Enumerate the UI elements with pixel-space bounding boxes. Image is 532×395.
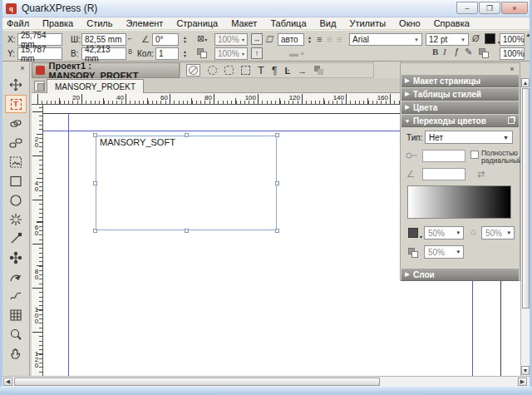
close-button[interactable]: × xyxy=(501,2,528,14)
restore-button[interactable]: ❐ xyxy=(479,2,500,14)
menu-item[interactable]: Элемент xyxy=(120,17,170,29)
gradient-color-swatch[interactable] xyxy=(408,228,418,238)
gradient-angle-input[interactable] xyxy=(422,168,466,180)
opentype-icon[interactable]: ƒ xyxy=(454,47,459,57)
menu-edit[interactable]: Правка xyxy=(36,17,80,29)
rounded-frame-icon[interactable] xyxy=(224,66,234,75)
handle-bottom-left[interactable] xyxy=(93,229,97,233)
picture-box-tool[interactable] xyxy=(5,153,27,171)
tool-palette-header[interactable]: × xyxy=(2,62,29,75)
pan-tool[interactable] xyxy=(5,344,27,363)
rectangle-box-tool[interactable] xyxy=(5,172,27,190)
handle-mid-right[interactable] xyxy=(275,181,279,185)
menu-window[interactable]: Окно xyxy=(392,17,427,29)
square-frame-icon[interactable] xyxy=(241,66,250,75)
radial-length-input[interactable] xyxy=(422,150,466,162)
horizontal-scrollbar[interactable]: ◀ ▶ xyxy=(2,376,530,387)
handle-bottom-right[interactable] xyxy=(275,229,279,233)
freehand-line-tool[interactable] xyxy=(5,287,27,305)
leading-stepper[interactable]: ▲▼ xyxy=(306,33,313,46)
minimize-button[interactable]: – xyxy=(456,2,478,14)
link-tool[interactable] xyxy=(5,115,27,133)
menu-style[interactable]: Стиль xyxy=(80,17,119,29)
selected-text-box[interactable]: MANSORY_SOFT xyxy=(96,136,277,230)
align-left-icon[interactable]: ≡ xyxy=(317,34,322,44)
vertical-scrollbar[interactable]: ▲ ▼ xyxy=(520,78,530,376)
palette-close-icon[interactable]: × xyxy=(17,63,27,73)
brush-icon[interactable]: ✎ xyxy=(465,47,472,57)
gradient-preview[interactable] xyxy=(407,185,511,219)
handle-mid-left[interactable] xyxy=(93,181,97,185)
handle-top-center[interactable] xyxy=(185,133,189,137)
picture-scale-select[interactable]: 100%▾ xyxy=(214,47,248,60)
menu-view[interactable]: Вид xyxy=(313,17,343,29)
line-tool[interactable] xyxy=(5,230,27,248)
fully-radial-checkbox[interactable] xyxy=(470,151,479,159)
item-edit-icon[interactable] xyxy=(186,64,200,77)
unlink-tool[interactable] xyxy=(5,134,27,152)
vertical-scroll-thumb[interactable] xyxy=(522,88,530,309)
palette-group-header[interactable]: × xyxy=(401,63,520,75)
panel-layers[interactable]: ▶ Слои xyxy=(401,269,519,281)
box-flip-icon[interactable]: ⊠▾ xyxy=(197,33,207,44)
shade-input[interactable]: 100% xyxy=(500,33,525,46)
color-swatch[interactable] xyxy=(485,33,495,44)
oval-box-tool[interactable] xyxy=(5,191,27,210)
scroll-up-icon[interactable]: ▲ xyxy=(521,78,530,87)
horizontal-scroll-thumb[interactable] xyxy=(14,378,380,386)
palette-group-close-icon[interactable]: × xyxy=(507,64,517,74)
columns-input[interactable]: 1 xyxy=(155,47,179,60)
angle-stepper[interactable]: ▲▼ xyxy=(181,33,189,46)
columns-stepper[interactable]: ▲▼ xyxy=(181,47,189,60)
link-icon[interactable]: Ø xyxy=(472,33,480,43)
stack-order-icon[interactable] xyxy=(314,66,323,75)
text-frame-icon[interactable]: T xyxy=(258,64,264,77)
font-select[interactable]: Arial▼ xyxy=(349,33,422,46)
leading-input[interactable]: авто xyxy=(278,33,304,46)
angle-input[interactable]: 0° xyxy=(152,33,179,46)
scroll-right-icon[interactable]: ▶ xyxy=(518,378,527,386)
menu-table[interactable]: Таблица xyxy=(264,17,313,29)
y-input[interactable]: 15,787 mm xyxy=(17,47,62,60)
arrow-icon[interactable]: → xyxy=(298,66,307,76)
flip-vertical-button[interactable]: ↑ xyxy=(251,47,263,59)
menu-layout[interactable]: Макет xyxy=(224,17,264,29)
starburst-tool[interactable] xyxy=(5,210,27,229)
menu-help[interactable]: Справка xyxy=(427,17,476,29)
opacity-input[interactable]: 100% xyxy=(500,47,525,60)
align-center-icon[interactable]: ≡ xyxy=(327,34,332,44)
font-size-select[interactable]: 12 pt▼ xyxy=(426,33,469,46)
gradient-type-select[interactable]: Нет ▼ xyxy=(425,131,513,144)
gradient-shade2-select[interactable]: 50%▾ xyxy=(481,226,515,239)
text-content-tool[interactable]: T xyxy=(5,95,27,113)
oval-frame-icon[interactable] xyxy=(208,66,217,75)
panel-gradients[interactable]: ▼ Переходы цветов xyxy=(401,115,519,127)
baseline-grid-icon[interactable]: Ŀ xyxy=(284,66,290,76)
page-icon[interactable] xyxy=(34,81,45,91)
scroll-left-icon[interactable]: ◀ xyxy=(3,378,12,386)
panel-page-layout[interactable]: ▶ Макет страницы xyxy=(401,75,519,87)
bold-icon[interactable]: B xyxy=(432,47,438,57)
scroll-down-icon[interactable]: ▼ xyxy=(521,366,530,375)
gradient-opacity-select[interactable]: 50%▾ xyxy=(424,245,464,259)
menu-utilities[interactable]: Утилиты xyxy=(342,17,392,29)
handle-top-right[interactable] xyxy=(275,133,279,137)
handle-bottom-center[interactable] xyxy=(185,229,189,233)
height-input[interactable]: 42,213 mm xyxy=(81,47,126,60)
handle-top-left[interactable] xyxy=(93,133,97,137)
panel-colors[interactable]: ▶ Цвета xyxy=(401,101,519,114)
bezier-pen-tool[interactable] xyxy=(5,268,27,286)
document-tab[interactable]: MANSORY_PROEKT xyxy=(47,79,144,93)
point-tool[interactable] xyxy=(5,249,27,267)
align-right-icon[interactable]: ≡ xyxy=(337,34,342,44)
project-title-bar[interactable]: Проект1 : MANSORY_PROEKT xyxy=(32,62,180,78)
box-scale-select[interactable]: 100%▾ xyxy=(214,33,248,46)
paragraph-icon[interactable]: ¶ xyxy=(272,65,277,77)
zoom-tool[interactable] xyxy=(5,325,27,343)
table-tool[interactable] xyxy=(5,306,27,324)
margin-guide-left[interactable] xyxy=(68,113,69,376)
panel-stylesheets[interactable]: ▶ Таблицы стилей xyxy=(401,88,519,101)
menu-file[interactable]: Файл xyxy=(0,17,36,29)
menu-page[interactable]: Страница xyxy=(170,17,224,29)
flip-horizontal-button[interactable]: → xyxy=(251,33,263,45)
